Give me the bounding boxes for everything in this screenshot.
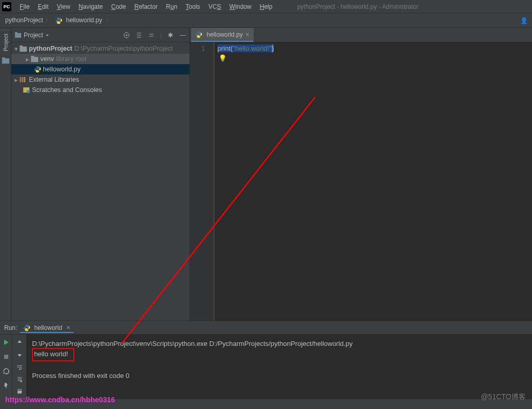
menu-file[interactable]: FFileile	[15, 2, 34, 12]
menu-tools[interactable]: Tools	[181, 2, 204, 12]
tree-root-path: D:\PycharmProjects\pythonProject	[74, 45, 173, 52]
tree-external-libs[interactable]: ▸ External Libraries	[11, 74, 190, 85]
svg-rect-5	[15, 32, 18, 34]
divider: |	[160, 32, 162, 39]
run-header: Run: helloworld ×	[0, 321, 532, 335]
tree-scratches[interactable]: Scratches and Consoles	[11, 85, 190, 95]
project-pane-title[interactable]: Project	[24, 32, 43, 39]
svg-rect-3	[2, 57, 5, 59]
close-run-tab-icon[interactable]: ×	[66, 324, 70, 331]
code-content[interactable]: print("hello world!") 💡	[214, 42, 532, 321]
breadcrumb-file[interactable]: helloworld.py	[54, 16, 115, 25]
run-config-tab[interactable]: helloworld ×	[20, 322, 73, 333]
stop-icon[interactable]	[3, 353, 10, 360]
run-body: D:\PycharmProjects\pythonProject\venv\Sc…	[0, 335, 532, 399]
tree-venv-name: venv	[40, 55, 54, 63]
tree-file-name: helloworld.py	[43, 66, 81, 73]
editor-tabs: helloworld.py ×	[190, 28, 532, 42]
run-label: Run:	[4, 324, 17, 331]
main-area: Project Project ▼ | ✱ — ▾ pythonPr	[0, 28, 532, 321]
menu-edit[interactable]: Edit	[34, 2, 53, 12]
code-editor[interactable]: 1 print("hello world!") 💡	[190, 42, 532, 321]
breadcrumb-project[interactable]: pythonProject	[4, 16, 54, 25]
pin-icon[interactable]	[3, 382, 10, 389]
project-view-chevron-icon[interactable]: ▼	[45, 34, 50, 37]
expand-all-icon[interactable]	[135, 32, 143, 39]
svg-point-0	[58, 18, 58, 19]
svg-rect-12	[20, 77, 21, 82]
chevron-right-icon[interactable]: ▸	[14, 76, 20, 84]
soft-wrap-icon[interactable]	[16, 363, 23, 371]
svg-rect-8	[20, 47, 27, 52]
svg-rect-19	[18, 389, 21, 391]
chevron-down-icon[interactable]: ▾	[14, 45, 20, 53]
run-tool-window: Run: helloworld × D:\PycharmProjects\pyt…	[0, 321, 532, 399]
svg-rect-9	[20, 46, 23, 47]
hide-icon[interactable]: —	[179, 32, 186, 39]
rerun-icon[interactable]	[3, 339, 10, 346]
run-console[interactable]: D:\PycharmProjects\pythonProject\venv\Sc…	[27, 335, 532, 399]
token-print: print	[217, 44, 230, 52]
menu-view[interactable]: View	[53, 2, 74, 12]
left-tool-stripe: Project	[0, 28, 11, 321]
tree-scratches-label: Scratches and Consoles	[32, 86, 102, 94]
menu-navigate[interactable]: Navigate	[74, 2, 107, 12]
line-number-1: 1	[190, 44, 205, 53]
watermark-right: @51CTO博客	[481, 392, 526, 402]
folder-icon	[31, 56, 38, 62]
tree-file-helloworld[interactable]: helloworld.py	[11, 64, 190, 74]
add-config-icon[interactable]: 👤	[520, 17, 528, 24]
project-tool-window: Project ▼ | ✱ — ▾ pythonProject D:\Pycha…	[11, 28, 190, 321]
svg-rect-11	[31, 56, 34, 57]
editor-tab-label: helloworld.py	[207, 31, 243, 38]
tree-root-name: pythonProject	[29, 45, 72, 52]
project-tree[interactable]: ▾ pythonProject D:\PycharmProjects\pytho…	[11, 42, 190, 321]
svg-rect-10	[31, 57, 38, 62]
external-libs-icon	[20, 77, 27, 83]
menu-code[interactable]: Code	[107, 2, 130, 12]
watermark-left: https://www.cndba.cn/hbhe0316	[5, 396, 115, 404]
menu-vcs[interactable]: VCS	[204, 2, 225, 12]
settings-gear-icon[interactable]: ✱	[167, 32, 174, 39]
svg-rect-4	[15, 33, 21, 38]
navigation-bar: pythonProject helloworld.py 👤	[0, 13, 532, 28]
intention-bulb-icon[interactable]: 💡	[218, 54, 227, 63]
run-config-name: helloworld	[34, 324, 62, 331]
tree-venv[interactable]: ▸ venv library root	[11, 54, 190, 64]
svg-point-1	[59, 23, 60, 23]
scratches-icon	[23, 87, 30, 93]
run-toolbar-primary	[0, 335, 12, 399]
structure-icon[interactable]	[2, 57, 9, 64]
project-view-icon	[14, 32, 22, 39]
tree-root[interactable]: ▾ pythonProject D:\PycharmProjects\pytho…	[11, 43, 190, 54]
close-tab-icon[interactable]: ×	[245, 31, 249, 38]
svg-rect-2	[2, 58, 9, 64]
app-icon: PC	[2, 2, 11, 11]
editor-area: helloworld.py × 1 print("hello world!") …	[190, 28, 532, 321]
menu-window[interactable]: Window	[225, 2, 256, 12]
project-tool-tab[interactable]: Project	[2, 30, 10, 54]
svg-rect-13	[22, 77, 23, 82]
down-icon[interactable]	[16, 351, 23, 358]
console-output-line: hello world!	[34, 350, 68, 358]
restart-icon[interactable]	[3, 368, 10, 375]
breadcrumb-file-label: helloworld.py	[66, 17, 102, 24]
menu-help[interactable]: Help	[256, 2, 277, 12]
print-icon[interactable]	[16, 388, 23, 396]
line-gutter: 1	[190, 42, 214, 321]
tree-extlibs-label: External Libraries	[29, 76, 79, 83]
menu-refactor[interactable]: Refactor	[130, 2, 162, 12]
collapse-all-icon[interactable]	[148, 32, 155, 39]
locate-icon[interactable]	[123, 32, 130, 39]
token-open-paren: (	[230, 44, 232, 52]
python-icon	[23, 324, 30, 331]
menu-bar: PC FFileile Edit View Navigate Code Refa…	[0, 0, 532, 13]
menu-run[interactable]: Run	[162, 2, 181, 12]
chevron-right-icon[interactable]: ▸	[26, 55, 31, 63]
scroll-to-end-icon[interactable]	[16, 376, 23, 383]
svg-rect-18	[18, 391, 22, 393]
folder-icon	[20, 46, 27, 52]
python-file-icon	[195, 31, 202, 38]
editor-tab-helloworld[interactable]: helloworld.py ×	[191, 28, 254, 42]
up-icon[interactable]	[16, 339, 23, 346]
